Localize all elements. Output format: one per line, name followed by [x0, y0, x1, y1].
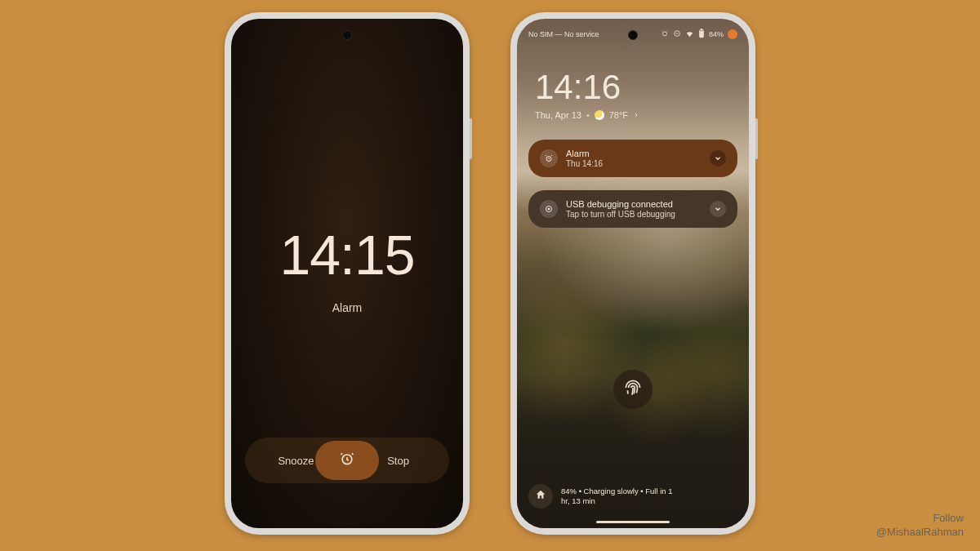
lock-date-row: Thu, Apr 13 • 78°F [535, 110, 639, 120]
home-control-button[interactable] [528, 484, 553, 509]
fingerprint-icon [622, 377, 644, 402]
notification-subtitle: Tap to turn off USB debugging [566, 210, 702, 219]
weather-icon [595, 110, 604, 120]
carrier-text: No SIM — No service [528, 30, 661, 38]
lock-temp: 78°F [609, 110, 628, 120]
snooze-button[interactable]: Snooze [245, 455, 347, 467]
camera-cutout [342, 30, 352, 40]
svg-point-1 [662, 32, 666, 36]
lock-date: Thu, Apr 13 [535, 110, 581, 120]
svg-rect-4 [701, 29, 702, 30]
bottom-row: 84% • Charging slowly • Full in 1 hr, 13… [528, 484, 737, 509]
alarm-time: 14:15 [279, 223, 414, 287]
stop-button[interactable]: Stop [347, 455, 449, 467]
phone-frame-left: 14:15 Alarm Snooze Stop [225, 12, 470, 535]
charging-status: 84% • Charging slowly • Full in 1 hr, 13… [561, 487, 673, 506]
wifi-icon [685, 29, 694, 40]
home-icon [535, 489, 546, 504]
svg-point-8 [548, 208, 550, 210]
separator: • [586, 110, 590, 120]
dnd-icon [673, 29, 681, 39]
expand-button[interactable] [710, 201, 726, 217]
expand-button[interactable] [710, 150, 726, 167]
lock-clock: 14:16 [535, 68, 621, 107]
alarm-status-icon [661, 29, 669, 39]
notification-alarm[interactable]: Alarm Thu 14:16 [528, 140, 737, 177]
gesture-nav-pill[interactable] [596, 521, 670, 523]
privacy-dot-icon [728, 29, 737, 39]
battery-icon [698, 29, 705, 40]
alarm-app-icon [540, 149, 558, 167]
fingerprint-sensor[interactable] [613, 370, 653, 409]
chevron-right-icon [633, 110, 639, 120]
lock-screen: No SIM — No service 84% [517, 19, 749, 528]
notification-title: Alarm [566, 149, 702, 158]
alarm-action-bar[interactable]: Snooze Stop [245, 438, 449, 483]
notification-subtitle: Thu 14:16 [566, 159, 702, 168]
notification-title: USB debugging connected [566, 199, 702, 209]
camera-cutout [628, 30, 638, 40]
battery-percent: 84% [709, 30, 724, 38]
notification-usb-debug[interactable]: USB debugging connected Tap to turn off … [528, 190, 737, 228]
phone-frame-right: No SIM — No service 84% [510, 12, 755, 535]
svg-rect-5 [700, 32, 703, 38]
alarm-screen: 14:15 Alarm Snooze Stop [231, 19, 463, 528]
alarm-label: Alarm [332, 301, 363, 314]
system-app-icon [540, 200, 558, 218]
credit-text: Follow @MishaalRahman [876, 512, 964, 540]
